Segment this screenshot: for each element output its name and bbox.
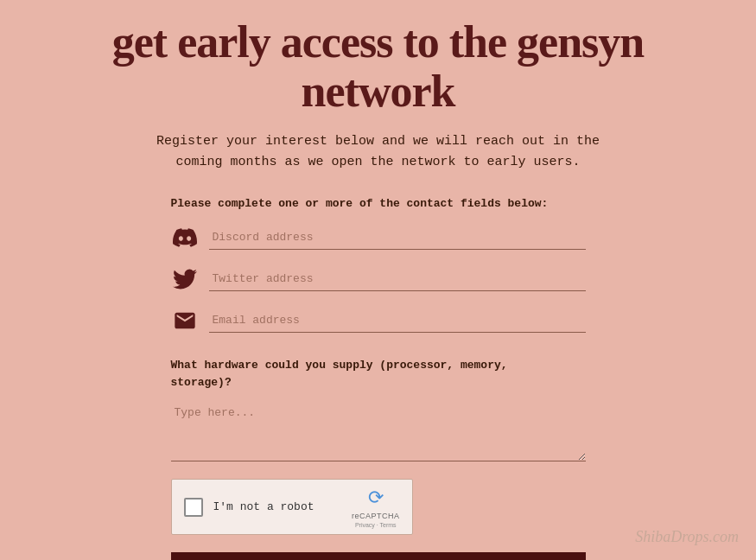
form-container: Please complete one or more of the conta… (171, 197, 586, 560)
twitter-icon (171, 265, 199, 293)
captcha-checkbox[interactable] (184, 498, 203, 517)
recaptcha-icon: ⟳ (368, 487, 384, 510)
submit-button[interactable]: Submit (171, 552, 586, 560)
recaptcha-links: Privacy · Terms (355, 522, 397, 528)
hardware-textarea[interactable] (171, 401, 586, 461)
form-instruction: Please complete one or more of the conta… (171, 197, 586, 210)
subtitle: Register your interest below and we will… (156, 131, 600, 173)
twitter-input[interactable] (209, 267, 586, 291)
page-wrapper: get early access to the gensyn network R… (0, 0, 756, 560)
email-icon (171, 307, 199, 334)
twitter-row (171, 265, 586, 293)
hardware-label: What hardware could you supply (processo… (171, 357, 586, 391)
email-input[interactable] (209, 309, 586, 333)
discord-input[interactable] (209, 226, 586, 250)
page-title: get early access to the gensyn network (52, 17, 704, 116)
recaptcha-brand: reCAPTCHA (352, 512, 400, 520)
captcha-label: I'm not a robot (213, 500, 341, 513)
watermark: ShibaDrops.com (635, 528, 739, 546)
discord-row (171, 224, 586, 251)
captcha-logo: ⟳ reCAPTCHA Privacy · Terms (352, 487, 400, 528)
email-row (171, 307, 586, 334)
captcha-box[interactable]: I'm not a robot ⟳ reCAPTCHA Privacy · Te… (171, 479, 413, 535)
discord-icon (171, 224, 199, 251)
